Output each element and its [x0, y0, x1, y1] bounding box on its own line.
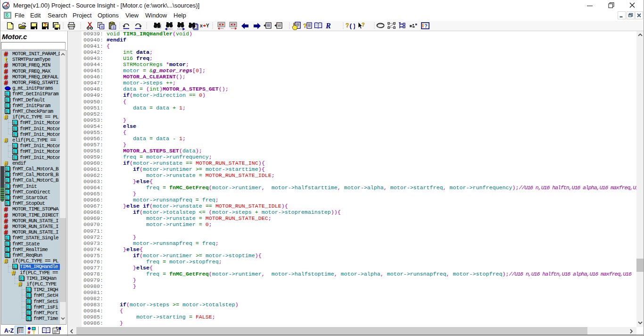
svg-text:?: ? — [44, 23, 47, 28]
svg-text:#: # — [28, 330, 31, 335]
svg-text:Y: Y — [206, 23, 209, 28]
svg-text:(): () — [349, 23, 355, 30]
svg-text:x: x — [200, 23, 203, 28]
svg-text:?: ? — [362, 22, 365, 27]
svg-text:R: R — [325, 22, 331, 30]
svg-text:?: ? — [303, 22, 307, 29]
svg-text:T: T — [33, 330, 35, 335]
svg-text:?: ? — [424, 23, 428, 29]
